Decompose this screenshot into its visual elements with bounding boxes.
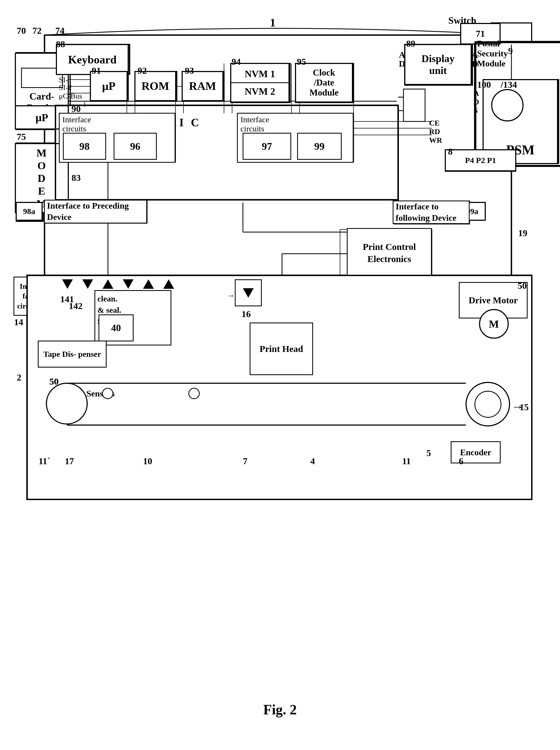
psm-knob [491,89,524,121]
ref-19: 19 [518,228,527,238]
ref-134: /134 [501,80,517,90]
belt-arrow: → [512,400,524,414]
triangle-142 [82,279,93,289]
ref-142: 142 [69,301,83,311]
triangle-141 [62,279,73,289]
triangle-144-shape [123,279,134,289]
interface-preceding-label: Interface to Preceding Device [47,200,144,223]
ref-74: 74 [55,26,64,36]
box-97: 97 [243,133,291,160]
micro-p-small-label: μP [35,111,48,124]
ref-100: 100 [477,80,491,90]
asic-micro-p-label: μP [102,80,115,93]
ref-11: 11 [402,456,411,466]
nvm-box: NVM 1 NVM 2 [230,63,289,103]
ref-2: 2 [17,372,21,383]
belt-bottom [67,425,466,426]
ref-16: 16 [242,309,251,319]
ref-50-label: 50 [49,377,59,387]
ref-94: 94 [232,57,241,67]
diagram: 70 72 74 1 Switch 71 9 Card- Reader μP 7… [0,0,560,750]
right-pulley [465,382,510,426]
belt-top [67,383,466,384]
triangle-146-shape [163,279,174,289]
triangle-141-shape [62,279,73,289]
ref-89: 89 [406,39,415,49]
sensor-dot-1 [102,388,113,399]
print-head-label: Print Head [260,344,303,354]
triangle-16-container [235,279,262,306]
triangle-143-shape [103,279,113,289]
triangle-16-box [235,279,262,306]
left-pulley [46,383,88,425]
ram-label: RAM [189,80,216,93]
ad-right-d: D [472,59,478,69]
display-unit-label: Displayunit [422,53,455,76]
ref-72: 72 [33,26,42,36]
motor-m-label: M [489,318,499,330]
box-99: 99 [297,133,342,160]
keyboard-label: Keyboard [68,53,117,66]
triangle-145-shape [143,279,154,289]
triangle-145 [143,279,154,289]
clock-date-box: Clock/DateModule [295,63,353,103]
si2-label: SI-2 [59,83,72,92]
ref-75: 75 [17,132,26,142]
clock-date-label: Clock/DateModule [309,68,338,98]
interface-right-outer: Interfacecircuits 97 99 [237,113,354,163]
box-96: 96 [114,133,157,160]
triangles-row [62,279,174,289]
encoder-box: Encoder [451,441,501,463]
clean-seal-box: clean.& seal.Station 40 [95,290,172,345]
box-98a: 98a [16,202,43,221]
ref-10: 10 [143,456,152,466]
ce-rd-wr-label: CERDWR [429,119,442,145]
ref-14: 14 [14,317,23,327]
encoder-label: Encoder [460,447,492,458]
arrow-16: → [227,291,235,300]
motor-circle: M [479,309,509,339]
interface-following-box: Interface to following Device [393,201,469,224]
sensor-dot-2 [188,388,200,399]
interface-following-label: Interface to following Device [396,201,467,223]
interface-left-label: Interfacecircuits [62,115,91,133]
ads-label: ADS [474,89,479,115]
svg-rect-25 [403,89,425,121]
ref-92: 92 [138,66,147,76]
print-control-box: Print Control Electronics [347,228,432,278]
ad-label-d: D [399,59,405,69]
triangle-144 [123,279,134,289]
ref-6: 6 [459,456,463,466]
ref-7: 7 [243,456,247,466]
triangle-16-shape [243,288,254,298]
triangle-143 [103,279,113,289]
triangle-146 [163,279,174,289]
box-98: 98 [63,133,106,160]
ad-right-a: A [472,50,478,60]
p-ports-box: P4 P2 P1 [445,149,516,171]
p-ports-label: P4 P2 P1 [465,156,496,165]
ref-88: 88 [56,39,65,49]
ad-label-left: A [399,50,405,60]
box-40: 40 [99,315,134,341]
ref-50: 50 [518,281,527,291]
interface-preceding-box: Interface to Preceding Device [44,200,147,223]
tape-dispenser-label: Tape Dis- penser [43,348,101,360]
ref-91: 91 [92,66,101,76]
ref-5: 5 [426,448,431,458]
uc-bus-label: μC-Bus [59,92,82,100]
ref-4: 4 [311,456,315,466]
ref-95: 95 [297,57,306,67]
rom-label: ROM [141,80,169,93]
print-head-box: Print Head [249,323,313,375]
display-unit-box: Displayunit [404,44,472,85]
ref-1: 1 [270,16,276,29]
nvm1-label: NVM 1 [231,66,288,83]
ref-17: 17 [65,456,74,466]
ref-11prime: 11´ [39,456,50,466]
ref-8: 8 [448,146,453,157]
nvm2-label: NVM 2 [231,83,288,100]
ref-70: 70 [17,26,26,36]
interface-left-outer: Interfacecircuits 98 96 [59,113,175,163]
drive-motor-label: Drive Motor [468,295,518,305]
